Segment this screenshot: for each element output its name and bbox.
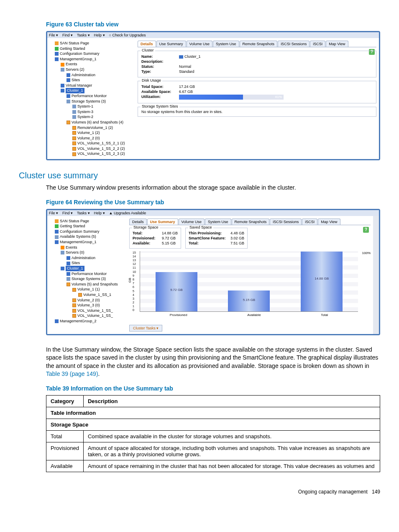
tree-item[interactable]: Getting Started bbox=[49, 224, 125, 229]
ss-avail-val: 5.15 GB bbox=[162, 241, 176, 245]
tree-item[interactable]: ManagementGroup_1 bbox=[49, 57, 133, 62]
sites-fieldset: Storage System Sites No storage systems … bbox=[138, 107, 376, 117]
menu-item[interactable]: File ▾ bbox=[49, 211, 58, 215]
x-axis-label: Provisioned bbox=[170, 313, 187, 317]
tree-item[interactable]: Events bbox=[49, 245, 125, 250]
tree-item[interactable]: SAN Status Page bbox=[49, 41, 133, 46]
tab-map-view[interactable]: Map View bbox=[318, 218, 340, 225]
tree-item[interactable]: VOL_Volume_1_SS_2_3 (2) bbox=[49, 151, 133, 157]
tree-item[interactable]: Configuration Summary bbox=[49, 51, 133, 57]
tree-item[interactable]: Events bbox=[49, 62, 133, 67]
tree-item[interactable]: Configuration Summary bbox=[49, 229, 125, 234]
help-icon[interactable]: ? bbox=[363, 227, 369, 233]
tree-item[interactable]: Getting Started bbox=[49, 46, 133, 51]
scrollbar[interactable] bbox=[373, 216, 379, 334]
tree-item[interactable]: ManagementGroup_2 bbox=[49, 319, 125, 324]
menu-item[interactable]: ○ Check for Upgrades bbox=[109, 33, 146, 37]
tree-item[interactable]: Volume_3 (0) bbox=[49, 303, 125, 308]
tab-map-view[interactable]: Map View bbox=[326, 41, 348, 47]
y-tick: 6 bbox=[133, 285, 136, 288]
tree-item-label: Administration bbox=[72, 256, 95, 260]
vol-icon bbox=[72, 147, 76, 151]
tree-item[interactable]: Storage Systems (3) bbox=[49, 276, 125, 282]
tree-item[interactable]: Volume_2 (0) bbox=[49, 136, 133, 141]
tab-volume-use[interactable]: Volume Use bbox=[187, 41, 213, 47]
tree-item[interactable]: Performance Monitor bbox=[49, 93, 133, 99]
tree-item[interactable]: SAN Status Page bbox=[49, 218, 125, 224]
tree-item[interactable]: Virtual Manager bbox=[49, 83, 133, 88]
home-icon bbox=[55, 219, 59, 223]
tree-item[interactable]: System-3 bbox=[49, 109, 133, 115]
total-space-label: Total Space: bbox=[141, 85, 179, 89]
tree-item[interactable]: Servers (2) bbox=[49, 67, 133, 72]
menu-item[interactable]: Help ▾ bbox=[94, 211, 105, 215]
blue-icon bbox=[61, 84, 64, 87]
server-icon bbox=[72, 110, 76, 114]
tree-item[interactable]: Volume_1 (2) bbox=[49, 130, 133, 136]
table39-caption: Table 39 Information on the Use Summary … bbox=[46, 385, 380, 392]
util-label: Utilization: bbox=[141, 95, 179, 100]
tree-item-label: VOL_Volume_1_SS_ bbox=[77, 308, 113, 313]
tree-item[interactable]: Administration bbox=[49, 72, 133, 78]
storage-space-fieldset: Storage Space Total:14.88 GB Provisioned… bbox=[129, 228, 181, 249]
tree-item-label: ManagementGroup_1 bbox=[60, 240, 97, 244]
tree-item[interactable]: Available Systems (5) bbox=[49, 234, 125, 239]
y-tick: 15 bbox=[133, 251, 136, 254]
menu-item[interactable]: Tasks ▾ bbox=[77, 211, 90, 215]
table-row: TotalCombined space available in the clu… bbox=[46, 431, 380, 442]
y-tick: 10 bbox=[133, 270, 136, 273]
tree-item[interactable]: Volumes (5) and Snapshots bbox=[49, 282, 125, 287]
tree-item[interactable]: Administration bbox=[49, 255, 125, 261]
cluster-tasks-button[interactable]: Cluster Tasks ▾ bbox=[129, 325, 162, 332]
tree-item[interactable]: Sites bbox=[49, 77, 133, 83]
tab-remote-snapshots[interactable]: Remote Snapshots bbox=[232, 218, 270, 225]
tab-iscsi-sessions[interactable]: iSCSI Sessions bbox=[278, 41, 309, 47]
tree-item[interactable]: Performance Monitor bbox=[49, 271, 125, 277]
vol-icon bbox=[72, 131, 76, 135]
menu-item[interactable]: Find ▾ bbox=[62, 211, 73, 215]
tab-iscsi[interactable]: iSCSI bbox=[302, 218, 317, 225]
tab-system-use[interactable]: System Use bbox=[205, 218, 231, 225]
tree-item[interactable]: Cluster_1 bbox=[49, 266, 125, 271]
tree-item[interactable]: Volumes (6) and Snapshots (4) bbox=[49, 120, 133, 125]
tree-item[interactable]: Volume_1 (1) bbox=[49, 287, 125, 292]
tree-item[interactable]: Storage Systems (3) bbox=[49, 99, 133, 104]
tree-item-label: Cluster_1 bbox=[66, 88, 84, 93]
tree-item[interactable]: Volume_2 (0) bbox=[49, 298, 125, 303]
menu-item[interactable]: File ▾ bbox=[49, 33, 58, 37]
tab-use-summary[interactable]: Use Summary bbox=[156, 41, 186, 47]
tab-use-summary[interactable]: Use Summary bbox=[147, 218, 178, 225]
tree-item[interactable]: Volume_1_SS_1 bbox=[49, 292, 125, 298]
bar-value-label: 9.72 GB bbox=[170, 288, 182, 292]
tree-item[interactable]: VOL_Volume_1_SS_2_2 (2) bbox=[49, 146, 133, 152]
tree-item[interactable]: VOL_Volume_1_SS_2_1 (2) bbox=[49, 141, 133, 146]
tab-iscsi[interactable]: iSCSI bbox=[310, 41, 325, 47]
tree-item[interactable]: System-1 bbox=[49, 104, 133, 109]
tab-remote-snapshots[interactable]: Remote Snapshots bbox=[240, 41, 278, 47]
y-tick: 0 bbox=[133, 308, 136, 311]
table39: Category Description Table informationSt… bbox=[46, 395, 380, 472]
table39-link[interactable]: Table 39 (page 149) bbox=[46, 370, 98, 377]
tree-item[interactable]: VOL_Volume_1_SS_ bbox=[49, 308, 125, 314]
tree-item[interactable]: System-2 bbox=[49, 114, 133, 120]
cluster-use-summary-p1: The Use Summary window presents informat… bbox=[46, 184, 380, 192]
menu-item[interactable]: ▲ Upgrades Available bbox=[109, 211, 146, 215]
tree-item[interactable]: Servers (0) bbox=[49, 250, 125, 255]
tree-item[interactable]: RemoteVolume_1 (2) bbox=[49, 125, 133, 131]
tab-details[interactable]: Details bbox=[129, 218, 147, 225]
tree-item[interactable]: ManagementGroup_1 bbox=[49, 239, 125, 245]
menu-item[interactable]: Tasks ▾ bbox=[77, 33, 90, 37]
menu-item[interactable]: Find ▾ bbox=[62, 33, 73, 37]
table-row: AvailableAmount of space remaining in th… bbox=[46, 460, 380, 472]
y-tick: 9 bbox=[133, 274, 136, 277]
tree-item[interactable]: VOL_Volume_1_SS_ bbox=[49, 313, 125, 319]
bar-value-label: 5.15 GB bbox=[243, 298, 255, 302]
menu-item[interactable]: Help ▾ bbox=[94, 33, 105, 37]
tab-volume-use[interactable]: Volume Use bbox=[179, 218, 205, 225]
tree-item[interactable]: Cluster_1 bbox=[49, 88, 133, 93]
tab-iscsi-sessions[interactable]: iSCSI Sessions bbox=[270, 218, 302, 225]
vol-icon bbox=[72, 152, 76, 156]
tree-item[interactable]: Sites bbox=[49, 260, 125, 266]
tab-details[interactable]: Details bbox=[138, 41, 156, 47]
tab-system-use[interactable]: System Use bbox=[213, 41, 239, 47]
